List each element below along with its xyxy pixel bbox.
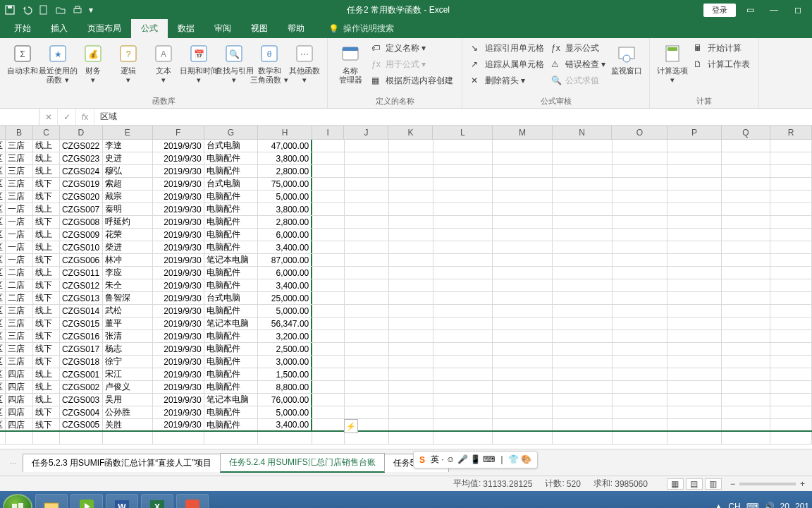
tray-expand-icon[interactable]: ▲	[714, 502, 722, 508]
cell[interactable]	[389, 305, 433, 317]
cell[interactable]	[433, 381, 493, 393]
name-manager-button[interactable]: 名称 管理器	[333, 41, 367, 86]
cell[interactable]	[770, 343, 812, 355]
cell[interactable]	[345, 406, 389, 418]
cell[interactable]: 戴宗	[103, 190, 153, 202]
column-header[interactable]: K	[388, 126, 433, 139]
cell[interactable]: 75,000.00	[258, 178, 312, 190]
cell[interactable]: 二店	[6, 292, 33, 304]
tray-time[interactable]: 20	[780, 502, 789, 508]
cell[interactable]	[345, 254, 389, 266]
view-normal-icon[interactable]: ▦	[667, 478, 684, 490]
cell[interactable]: 区	[0, 368, 6, 380]
cell[interactable]: 2019/9/30	[153, 203, 204, 215]
table-row[interactable]: 区三店线上CZGS022李達2019/9/30台式电脑47,000.00	[0, 140, 812, 152]
ribbon-tab[interactable]: 公式	[131, 19, 168, 38]
cell[interactable]: CZGS002	[60, 381, 103, 393]
cell[interactable]	[722, 152, 770, 164]
cell[interactable]: 电脑配件	[204, 165, 259, 177]
cell[interactable]: 一店	[6, 216, 33, 228]
cell[interactable]: 电脑配件	[204, 419, 259, 430]
table-row[interactable]: 区四店线上CZGS002卢俊义2019/9/30电脑配件8,800.00	[0, 381, 812, 394]
open-icon[interactable]	[55, 4, 66, 16]
cell[interactable]	[389, 229, 433, 241]
cell[interactable]	[312, 178, 344, 190]
cell[interactable]	[722, 368, 770, 380]
cell[interactable]	[493, 318, 553, 329]
cell[interactable]	[33, 432, 59, 444]
cell[interactable]: 区	[0, 419, 6, 430]
cell[interactable]: 电脑配件	[204, 356, 259, 368]
cell[interactable]	[345, 216, 389, 228]
calc-options-button[interactable]: 计算选项 ▾	[656, 41, 689, 86]
cell[interactable]	[389, 343, 433, 355]
cell[interactable]: 区	[0, 381, 6, 393]
cell[interactable]	[204, 432, 259, 444]
cell[interactable]	[668, 279, 722, 291]
cell[interactable]: 宋江	[103, 368, 153, 380]
cell[interactable]	[493, 140, 553, 152]
cell[interactable]: 线下	[33, 356, 59, 368]
cell[interactable]	[613, 203, 668, 215]
cell[interactable]: 区	[0, 292, 6, 304]
cell[interactable]: 2019/9/30	[153, 241, 204, 253]
cell[interactable]: CZGS016	[60, 330, 103, 342]
cell[interactable]	[722, 419, 770, 430]
cell[interactable]	[6, 432, 33, 444]
cell[interactable]: 线上	[33, 140, 59, 152]
column-header[interactable]: I	[312, 126, 344, 139]
cell[interactable]	[345, 140, 389, 152]
cell[interactable]: CZGS004	[60, 406, 103, 418]
undo-icon[interactable]	[21, 4, 32, 16]
cell[interactable]	[493, 178, 553, 190]
cell[interactable]	[613, 305, 668, 317]
cell[interactable]	[722, 432, 770, 444]
ribbon-tab[interactable]: 插入	[41, 19, 78, 38]
cell[interactable]	[668, 241, 722, 253]
cell[interactable]	[493, 368, 553, 380]
cell[interactable]: 徐宁	[103, 356, 153, 368]
cell[interactable]: 线下	[33, 178, 59, 190]
cell[interactable]	[312, 318, 344, 329]
column-header[interactable]: N	[553, 126, 613, 139]
cell[interactable]	[613, 406, 668, 418]
cell[interactable]: 2019/9/30	[153, 140, 204, 152]
cell[interactable]	[668, 216, 722, 228]
cell[interactable]	[433, 152, 493, 164]
cell[interactable]	[613, 368, 668, 380]
cell[interactable]	[613, 292, 668, 304]
cell[interactable]: 索超	[103, 178, 153, 190]
cell[interactable]: CZGS017	[60, 343, 103, 355]
taskbar-camtasia-icon[interactable]	[70, 494, 103, 508]
cell[interactable]	[613, 394, 668, 406]
cell[interactable]	[345, 267, 389, 279]
ribbon-display-icon[interactable]: ▭	[740, 3, 760, 17]
cell[interactable]	[433, 292, 493, 304]
cell[interactable]: 区	[0, 140, 6, 152]
cell[interactable]	[433, 343, 493, 355]
cell[interactable]: 笔记本电脑	[204, 254, 259, 266]
cell[interactable]: 线上	[33, 368, 59, 380]
cell[interactable]: 张清	[103, 330, 153, 342]
cell[interactable]	[553, 216, 613, 228]
cell[interactable]	[722, 330, 770, 342]
cell[interactable]	[613, 279, 668, 291]
cell[interactable]	[345, 394, 389, 406]
cell[interactable]: 2019/9/30	[153, 381, 204, 393]
taskbar-explorer-icon[interactable]	[35, 494, 68, 508]
cell[interactable]	[345, 381, 389, 393]
cell[interactable]: 电脑配件	[204, 241, 259, 253]
cell[interactable]	[312, 279, 344, 291]
zoom-in-icon[interactable]: +	[800, 479, 805, 489]
calc-sheet-button[interactable]: 🗋计算工作表	[691, 57, 753, 72]
cell[interactable]: 线下	[33, 343, 59, 355]
cell[interactable]: 电脑配件	[204, 305, 259, 317]
cell[interactable]	[770, 368, 812, 380]
cell[interactable]: 三店	[6, 190, 33, 202]
cell[interactable]	[389, 381, 433, 393]
cell[interactable]: 柴进	[103, 241, 153, 253]
cell[interactable]	[553, 267, 613, 279]
cell[interactable]: 吴用	[103, 394, 153, 406]
column-header[interactable]: O	[612, 126, 668, 139]
cell[interactable]: 鲁智深	[103, 292, 153, 304]
